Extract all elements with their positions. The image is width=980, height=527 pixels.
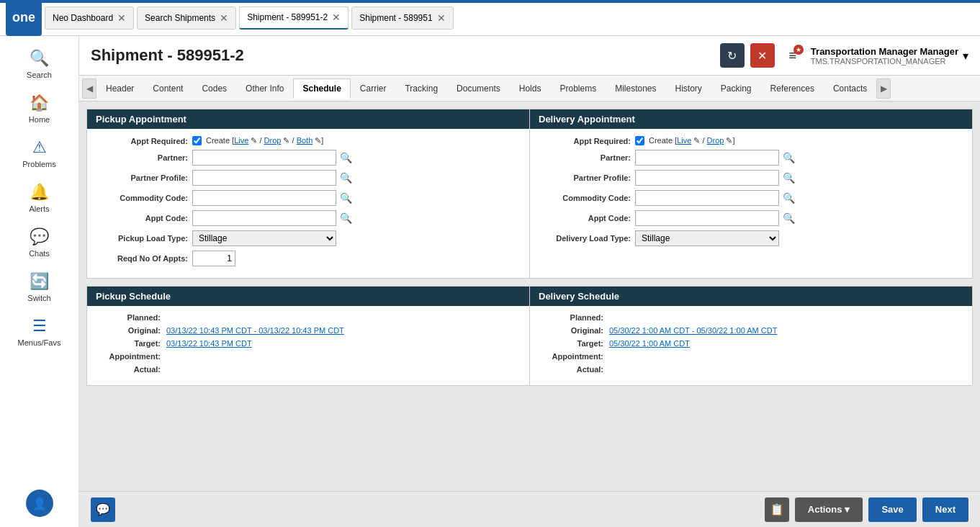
actions-button[interactable]: Actions ▾ bbox=[795, 497, 863, 522]
tab-other-info[interactable]: Other Info bbox=[236, 78, 293, 99]
pickup-appt-required-checkbox[interactable] bbox=[192, 136, 202, 145]
delivery-appt-code-label: Appt Code: bbox=[541, 214, 635, 222]
user-dropdown-arrow[interactable]: ▾ bbox=[963, 49, 968, 63]
delivery-load-type-select[interactable]: Stillage bbox=[635, 230, 779, 246]
pickup-appt-required-label: Appt Required: bbox=[99, 137, 192, 145]
pickup-partner-profile-label: Partner Profile: bbox=[99, 174, 192, 182]
sidebar-item-home[interactable]: 🏠 Home bbox=[0, 88, 78, 130]
pickup-live-link[interactable]: Live bbox=[234, 136, 248, 145]
next-button[interactable]: Next bbox=[922, 497, 968, 522]
pickup-load-type-select[interactable]: Stillage bbox=[192, 230, 336, 246]
delivery-target-link[interactable]: 05/30/22 1:00 AM CDT bbox=[609, 339, 690, 348]
tab-shipment-589951-2-label: Shipment - 589951-2 bbox=[247, 12, 328, 22]
tab-nav-left-arrow[interactable]: ◀ bbox=[82, 78, 96, 99]
pickup-original-value: 03/13/22 10:43 PM CDT - 03/13/22 10:43 P… bbox=[166, 326, 344, 335]
pickup-original-label: Original: bbox=[102, 326, 166, 335]
tab-contacts[interactable]: Contacts bbox=[824, 78, 876, 99]
delivery-drop-link[interactable]: Drop bbox=[707, 136, 724, 145]
delivery-appt-code-search-btn[interactable]: 🔍 bbox=[781, 212, 796, 224]
pickup-both-edit-icon: ✎ bbox=[315, 136, 321, 145]
delivery-commodity-search-btn[interactable]: 🔍 bbox=[781, 192, 796, 204]
pickup-both-link[interactable]: Both bbox=[297, 136, 313, 145]
sidebar-item-chats[interactable]: 💬 Chats bbox=[0, 222, 78, 264]
tab-documents[interactable]: Documents bbox=[447, 78, 510, 99]
pickup-appointment-header: Pickup Appointment bbox=[87, 109, 529, 129]
pickup-reqd-no-input[interactable] bbox=[192, 251, 235, 266]
sidebar-item-search[interactable]: 🔍 Search bbox=[0, 43, 78, 85]
sidebar-item-menus-favs[interactable]: ☰ Menus/Favs bbox=[0, 311, 78, 353]
delivery-original-link[interactable]: 05/30/22 1:00 AM CDT - 05/30/22 1:00 AM … bbox=[609, 326, 777, 335]
delivery-partner-search-btn[interactable]: 🔍 bbox=[781, 152, 796, 163]
tab-holds[interactable]: Holds bbox=[510, 78, 551, 99]
notification-button[interactable]: ≡ ★ bbox=[781, 43, 805, 68]
tab-milestones[interactable]: Milestones bbox=[606, 78, 665, 99]
copy-button[interactable]: 📋 bbox=[765, 497, 789, 522]
delivery-commodity-input[interactable] bbox=[635, 190, 779, 206]
pickup-schedule-body: Planned: Original: 03/13/22 10:43 PM CDT… bbox=[87, 306, 529, 385]
delivery-live-link[interactable]: Live bbox=[677, 136, 691, 145]
delivery-target-row: Target: 05/30/22 1:00 AM CDT bbox=[544, 339, 958, 348]
tab-references[interactable]: References bbox=[761, 78, 824, 99]
tab-schedule[interactable]: Schedule bbox=[293, 78, 350, 99]
tab-search-shipments[interactable]: Search Shipments ✕ bbox=[137, 6, 236, 30]
tab-search-shipments-close[interactable]: ✕ bbox=[220, 13, 228, 23]
pickup-commodity-search-btn[interactable]: 🔍 bbox=[338, 192, 354, 204]
tab-tracking[interactable]: Tracking bbox=[395, 78, 447, 99]
pickup-partner-profile-input[interactable] bbox=[192, 170, 336, 186]
notification-badge: ★ bbox=[794, 45, 804, 55]
delivery-appt-required-checkbox[interactable] bbox=[635, 136, 644, 145]
delivery-partner-profile-search-btn[interactable]: 🔍 bbox=[781, 172, 796, 184]
pickup-partner-input[interactable] bbox=[192, 150, 336, 166]
pickup-drop-link[interactable]: Drop bbox=[264, 136, 282, 145]
delivery-appt-required-row: Appt Required: Create [Live ✎ / Drop ✎] bbox=[541, 136, 961, 145]
delivery-partner-profile-input[interactable] bbox=[635, 170, 779, 186]
pickup-appt-code-label: Appt Code: bbox=[99, 214, 192, 222]
pickup-appointment-label: Appointment: bbox=[102, 352, 166, 361]
delivery-partner-row: Partner: 🔍 bbox=[541, 150, 961, 166]
pickup-appt-code-input[interactable] bbox=[192, 210, 336, 226]
delivery-actual-row: Actual: bbox=[544, 365, 958, 374]
actions-dropdown-icon: ▾ bbox=[845, 504, 850, 515]
sidebar-item-problems[interactable]: ⚠ Problems bbox=[0, 132, 78, 174]
pickup-partner-label: Partner: bbox=[99, 153, 192, 162]
tab-shipment-589951-close[interactable]: ✕ bbox=[437, 13, 446, 23]
pickup-live-edit-icon: ✎ bbox=[251, 136, 257, 145]
tab-packing[interactable]: Packing bbox=[711, 78, 761, 99]
close-button[interactable]: ✕ bbox=[750, 43, 775, 68]
pickup-appointment-row: Appointment: bbox=[102, 352, 515, 361]
tab-history[interactable]: History bbox=[666, 78, 711, 99]
tab-shipment-589951-2-close[interactable]: ✕ bbox=[332, 12, 341, 22]
tab-shipment-589951[interactable]: Shipment - 589951 ✕ bbox=[351, 6, 453, 30]
pickup-appt-required-row: Appt Required: Create [Live ✎ / Drop ✎ /… bbox=[99, 136, 518, 145]
pickup-original-link[interactable]: 03/13/22 10:43 PM CDT - 03/13/22 10:43 P… bbox=[166, 326, 344, 335]
tab-neo-dashboard-close[interactable]: ✕ bbox=[117, 13, 126, 23]
pickup-partner-profile-search-btn[interactable]: 🔍 bbox=[338, 172, 354, 184]
tab-nav-right-arrow[interactable]: ▶ bbox=[876, 78, 891, 99]
tab-header[interactable]: Header bbox=[96, 78, 143, 99]
alerts-icon: 🔔 bbox=[30, 183, 49, 202]
tab-carrier[interactable]: Carrier bbox=[351, 78, 396, 99]
tab-problems[interactable]: Problems bbox=[550, 78, 606, 99]
pickup-partner-search-btn[interactable]: 🔍 bbox=[338, 152, 354, 163]
tab-codes[interactable]: Codes bbox=[192, 78, 236, 99]
pickup-actual-row: Actual: bbox=[102, 365, 515, 374]
tab-neo-dashboard-label: Neo Dashboard bbox=[53, 13, 113, 23]
tab-shipment-589951-2[interactable]: Shipment - 589951-2 ✕ bbox=[239, 6, 349, 30]
tab-neo-dashboard[interactable]: Neo Dashboard ✕ bbox=[45, 6, 134, 30]
save-button[interactable]: Save bbox=[868, 497, 916, 522]
refresh-button[interactable]: ↻ bbox=[720, 43, 745, 68]
pickup-commodity-input[interactable] bbox=[192, 190, 336, 206]
pickup-appt-code-search-btn[interactable]: 🔍 bbox=[338, 212, 354, 224]
pickup-target-link[interactable]: 03/13/22 10:43 PM CDT bbox=[166, 339, 252, 348]
tab-content[interactable]: Content bbox=[143, 78, 192, 99]
delivery-partner-input[interactable] bbox=[635, 150, 779, 166]
avatar[interactable]: 👤 bbox=[26, 490, 53, 517]
chat-button[interactable]: 💬 bbox=[91, 497, 115, 522]
pickup-reqd-no-row: Reqd No Of Appts: bbox=[99, 251, 518, 266]
delivery-live-edit-icon: ✎ bbox=[693, 136, 700, 145]
footer-left: 💬 bbox=[91, 497, 115, 522]
sidebar-item-switch[interactable]: 🔄 Switch bbox=[0, 266, 78, 308]
sidebar-item-alerts[interactable]: 🔔 Alerts bbox=[0, 177, 78, 219]
delivery-appt-code-input[interactable] bbox=[635, 210, 779, 226]
pickup-target-row: Target: 03/13/22 10:43 PM CDT bbox=[102, 339, 515, 348]
